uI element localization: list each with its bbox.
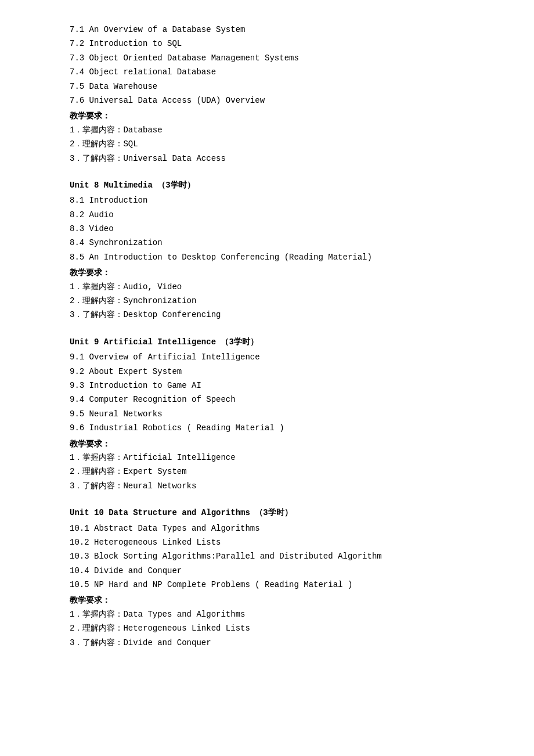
section-10-5: 10.5 NP Hard and NP Complete Problems ( … <box>70 578 464 591</box>
section-7-2: 7.2 Introduction to SQL <box>70 37 464 50</box>
teaching-item-10-3: 3．了解内容：Divide and Conquer <box>70 636 464 649</box>
section-9-6: 9.6 Industrial Robotics ( Reading Materi… <box>70 422 464 434</box>
section-9-4: 9.4 Computer Recognition of Speech <box>70 393 464 406</box>
unit8-header: Unit 8 Multimedia （3学时） <box>70 179 464 192</box>
section-9-5: 9.5 Neural Networks <box>70 408 464 420</box>
section-10-3: 10.3 Block Sorting Algorithms:Parallel a… <box>70 550 464 563</box>
unit7-block: 7.1 An Overview of a Database System 7.2… <box>70 23 464 165</box>
unit9-block: Unit 9 Artificial Intelligence （3学时） 9.1… <box>70 336 464 492</box>
teaching-item-10-1: 1．掌握内容：Data Types and Algorithms <box>70 608 464 621</box>
section-10-2: 10.2 Heterogeneous Linked Lists <box>70 536 464 549</box>
teaching-item-10-2: 2．理解内容：Heterogeneous Linked Lists <box>70 622 464 635</box>
teaching-item-8-3: 3．了解内容：Desktop Conferencing <box>70 308 464 321</box>
unit8-block: Unit 8 Multimedia （3学时） 8.1 Introduction… <box>70 179 464 322</box>
unit10-header: Unit 10 Data Structure and Algorithms （3… <box>70 506 464 519</box>
teaching-item-9-2: 2．理解内容：Expert System <box>70 465 464 478</box>
teaching-header-7: 教学要求： <box>70 109 464 122</box>
teaching-item-9-3: 3．了解内容：Neural Networks <box>70 480 464 492</box>
section-7-4: 7.4 Object relational Database <box>70 66 464 78</box>
section-8-2: 8.2 Audio <box>70 208 464 221</box>
section-8-3: 8.3 Video <box>70 222 464 235</box>
section-9-2: 9.2 About Expert System <box>70 365 464 378</box>
teaching-item-8-2: 2．理解内容：Synchronization <box>70 294 464 307</box>
teaching-item-8-1: 1．掌握内容：Audio, Video <box>70 280 464 293</box>
teaching-item-7-1: 1．掌握内容：Database <box>70 124 464 136</box>
section-8-5: 8.5 An Introduction to Desktop Conferenc… <box>70 251 464 264</box>
section-8-4: 8.4 Synchronization <box>70 236 464 249</box>
section-10-4: 10.4 Divide and Conquer <box>70 564 464 577</box>
teaching-item-9-1: 1．掌握内容：Artificial Intelligence <box>70 451 464 464</box>
section-9-1: 9.1 Overview of Artificial Intelligence <box>70 351 464 363</box>
page-content: 7.1 An Overview of a Database System 7.2… <box>70 23 464 649</box>
teaching-header-9: 教学要求： <box>70 437 464 450</box>
teaching-header-8: 教学要求： <box>70 266 464 279</box>
section-7-1: 7.1 An Overview of a Database System <box>70 23 464 36</box>
section-8-1: 8.1 Introduction <box>70 194 464 207</box>
unit9-header: Unit 9 Artificial Intelligence （3学时） <box>70 336 464 348</box>
section-10-1: 10.1 Abstract Data Types and Algorithms <box>70 522 464 535</box>
teaching-item-7-2: 2．理解内容：SQL <box>70 138 464 150</box>
unit10-block: Unit 10 Data Structure and Algorithms （3… <box>70 506 464 649</box>
teaching-header-10: 教学要求： <box>70 593 464 606</box>
section-7-3: 7.3 Object Oriented Database Management … <box>70 52 464 64</box>
section-7-6: 7.6 Universal Data Access (UDA) Overview <box>70 94 464 107</box>
section-9-3: 9.3 Introduction to Game AI <box>70 379 464 392</box>
teaching-item-7-3: 3．了解内容：Universal Data Access <box>70 152 464 165</box>
section-7-5: 7.5 Data Warehouse <box>70 80 464 93</box>
